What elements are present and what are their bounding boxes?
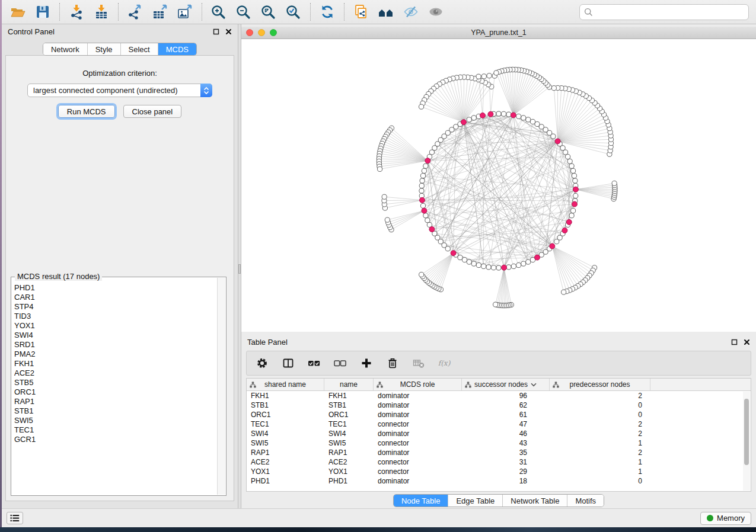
gear-icon xyxy=(256,357,268,369)
table-scrollbar-thumb[interactable] xyxy=(744,399,749,465)
column-header-name[interactable]: name xyxy=(324,379,374,390)
deselect-all-columns-button[interactable] xyxy=(333,356,347,370)
memory-status-dot xyxy=(707,515,713,521)
column-header-mcds-role[interactable]: MCDS role xyxy=(374,379,462,390)
table-cell: YOX1 xyxy=(247,467,324,476)
table-row[interactable]: ORC1ORC1dominator610 xyxy=(247,410,751,419)
show-all-button[interactable] xyxy=(423,2,448,22)
tab-edge-table[interactable]: Edge Table xyxy=(448,495,502,507)
table-cell: STB1 xyxy=(324,400,374,410)
optimization-criterion-select[interactable]: largest connected component (undirected) xyxy=(27,84,212,97)
table-row[interactable]: SWI4SWI4dominator462 xyxy=(247,429,751,438)
maximize-window-icon[interactable] xyxy=(270,29,277,36)
close-panel-button[interactable] xyxy=(225,28,232,35)
table-row[interactable]: SWI5SWI5connector431 xyxy=(247,438,751,448)
table-row[interactable]: FKH1FKH1dominator962 xyxy=(247,391,751,400)
table-cell: FKH1 xyxy=(324,391,374,400)
zoom-fit-icon xyxy=(260,4,277,20)
mcds-result-item[interactable]: TEC1 xyxy=(12,425,217,435)
minimize-window-icon[interactable] xyxy=(258,29,265,36)
mcds-result-item[interactable]: SWI4 xyxy=(12,331,217,340)
export-image-button[interactable] xyxy=(173,2,197,22)
open-file-button[interactable] xyxy=(5,2,30,22)
network-view[interactable] xyxy=(241,39,756,332)
table-row[interactable]: TEC1TEC1connector472 xyxy=(247,419,751,429)
table-scrollbar[interactable] xyxy=(743,392,750,491)
mcds-result-item[interactable]: STB5 xyxy=(12,378,217,387)
mcds-result-item[interactable]: SRD1 xyxy=(12,340,217,350)
tab-style[interactable]: Style xyxy=(87,43,120,55)
mcds-result-scrollbar[interactable] xyxy=(217,278,225,495)
tab-motifs[interactable]: Motifs xyxy=(567,495,604,507)
node-table: shared namenameMCDS rolesuccessor nodesp… xyxy=(246,378,751,492)
mcds-result-item[interactable]: STB1 xyxy=(12,406,217,416)
table-cell: SWI5 xyxy=(247,438,324,448)
tab-select[interactable]: Select xyxy=(120,43,158,55)
tab-mcds[interactable]: MCDS xyxy=(158,43,196,55)
show-panels-button[interactable] xyxy=(7,512,23,524)
mcds-result-item[interactable]: ACE2 xyxy=(12,368,217,378)
table-cell: TEC1 xyxy=(247,419,324,429)
delete-column-button[interactable] xyxy=(385,356,400,370)
close-panel-action-button[interactable]: Close panel xyxy=(123,105,182,118)
column-header-shared-name[interactable]: shared name xyxy=(247,379,324,390)
create-column-button[interactable] xyxy=(359,356,374,370)
table-row[interactable]: ACE2ACE2connector311 xyxy=(247,457,751,467)
run-mcds-button[interactable]: Run MCDS xyxy=(58,105,115,118)
control-panel-title: Control Panel xyxy=(8,27,55,36)
float-panel-button[interactable] xyxy=(213,28,219,35)
export-table-button[interactable] xyxy=(148,2,173,22)
select-all-columns-button[interactable] xyxy=(307,356,321,370)
mcds-result-item[interactable]: ORC1 xyxy=(12,387,217,397)
column-header-predecessor-nodes[interactable]: predecessor nodes xyxy=(550,379,650,390)
table-cell: dominator xyxy=(374,476,462,486)
mcds-result-item[interactable]: YOX1 xyxy=(12,321,217,331)
zoom-selected-button[interactable] xyxy=(281,2,306,22)
float-table-panel-button[interactable] xyxy=(731,339,738,345)
tab-node-table[interactable]: Node Table xyxy=(394,495,448,507)
first-neighbors-icon xyxy=(378,4,394,20)
table-settings-button[interactable] xyxy=(255,356,269,370)
clone-network-button[interactable] xyxy=(349,2,374,22)
table-cell: SWI5 xyxy=(324,438,374,448)
table-panel-title: Table Panel xyxy=(247,338,288,347)
export-network-icon xyxy=(127,4,143,20)
mcds-result-item[interactable]: STP4 xyxy=(12,302,217,312)
show-columns-button[interactable] xyxy=(281,356,295,370)
table-row[interactable]: RAP1RAP1dominator352 xyxy=(247,448,751,457)
mcds-result-item[interactable]: GCR1 xyxy=(12,435,217,444)
zoom-in-button[interactable] xyxy=(206,2,231,22)
network-window-titlebar[interactable]: YPA_prune.txt_1 xyxy=(241,27,756,39)
table-row[interactable]: YOX1YOX1connector291 xyxy=(247,467,751,476)
fx-icon: f(x) xyxy=(438,357,452,369)
save-session-button[interactable] xyxy=(30,2,55,22)
column-header-successor-nodes[interactable]: successor nodes xyxy=(462,379,550,390)
search-input[interactable] xyxy=(579,4,749,20)
memory-button[interactable]: Memory xyxy=(700,512,751,525)
zoom-fit-button[interactable] xyxy=(256,2,281,22)
tab-network[interactable]: Network xyxy=(43,43,87,55)
table-row[interactable]: STB1STB1dominator620 xyxy=(247,400,751,410)
mcds-result-item[interactable]: RAP1 xyxy=(12,397,217,406)
column-type-icon xyxy=(465,382,471,388)
splitter-handle[interactable] xyxy=(238,264,241,274)
refresh-button[interactable] xyxy=(315,2,340,22)
table-cell: 1 xyxy=(550,457,650,467)
mcds-result-item[interactable]: FKH1 xyxy=(12,359,217,368)
zoom-out-button[interactable] xyxy=(231,2,256,22)
close-table-panel-button[interactable] xyxy=(744,339,750,345)
hide-selected-button[interactable] xyxy=(398,2,423,22)
deselect-all-icon xyxy=(334,357,347,369)
mcds-result-item[interactable]: TID3 xyxy=(12,312,217,321)
tab-network-table[interactable]: Network Table xyxy=(502,495,567,507)
import-network-button[interactable] xyxy=(64,2,89,22)
import-table-button[interactable] xyxy=(89,2,114,22)
mcds-result-item[interactable]: SWI5 xyxy=(12,416,217,425)
first-neighbors-button[interactable] xyxy=(374,2,398,22)
mcds-result-item[interactable]: PHD1 xyxy=(12,283,217,293)
close-window-icon[interactable] xyxy=(246,29,253,36)
mcds-result-item[interactable]: PMA2 xyxy=(12,350,217,359)
mcds-result-item[interactable]: CAR1 xyxy=(12,293,217,302)
table-row[interactable]: PHD1PHD1dominator180 xyxy=(247,476,751,486)
export-network-button[interactable] xyxy=(123,2,148,22)
